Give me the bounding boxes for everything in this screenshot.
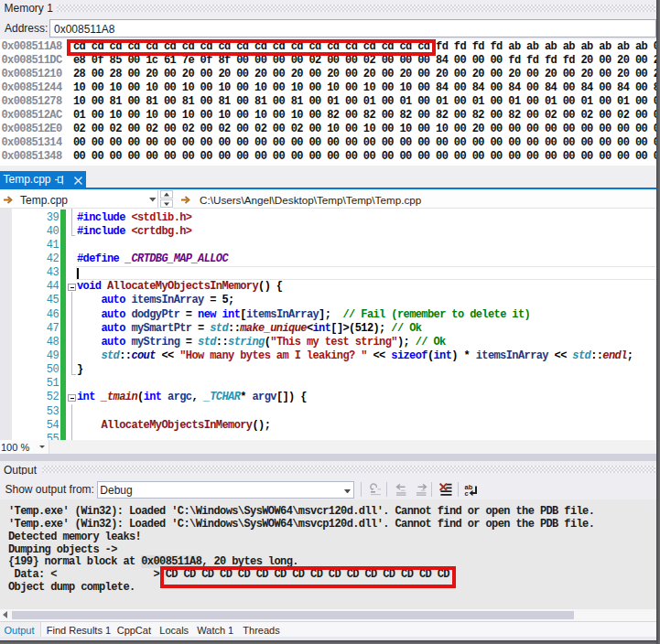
svg-text:c: c <box>465 488 469 497</box>
